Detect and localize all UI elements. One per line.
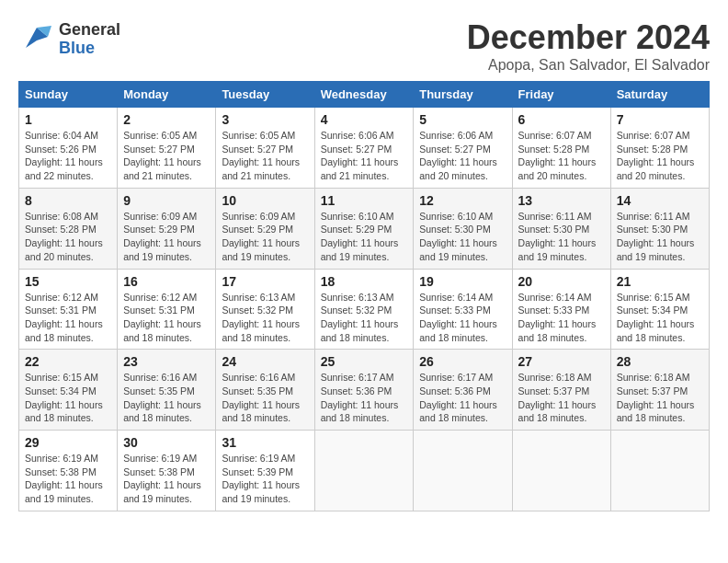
week-row-1: 1Sunrise: 6:04 AMSunset: 5:26 PMDaylight…	[19, 108, 710, 189]
day-number: 13	[518, 193, 605, 208]
day-cell	[314, 431, 414, 511]
week-row-4: 22Sunrise: 6:15 AMSunset: 5:34 PMDayligh…	[19, 350, 710, 431]
day-cell: 26Sunrise: 6:17 AMSunset: 5:36 PMDayligh…	[414, 350, 512, 431]
day-number: 24	[222, 354, 308, 369]
day-number: 3	[222, 112, 308, 127]
day-cell: 15Sunrise: 6:12 AMSunset: 5:31 PMDayligh…	[19, 269, 118, 350]
day-number: 29	[25, 435, 111, 450]
day-info: Sunrise: 6:09 AMSunset: 5:29 PMDaylight:…	[222, 210, 308, 264]
day-info: Sunrise: 6:05 AMSunset: 5:27 PMDaylight:…	[123, 129, 210, 183]
calendar-header-row: SundayMondayTuesdayWednesdayThursdayFrid…	[19, 82, 710, 108]
calendar-table: SundayMondayTuesdayWednesdayThursdayFrid…	[18, 81, 710, 511]
month-title: December 2024	[467, 18, 710, 57]
day-cell: 17Sunrise: 6:13 AMSunset: 5:32 PMDayligh…	[216, 269, 314, 350]
day-cell: 4Sunrise: 6:06 AMSunset: 5:27 PMDaylight…	[314, 108, 414, 189]
day-number: 4	[321, 112, 408, 127]
day-info: Sunrise: 6:11 AMSunset: 5:30 PMDaylight:…	[518, 210, 605, 264]
day-info: Sunrise: 6:16 AMSunset: 5:35 PMDaylight:…	[123, 371, 210, 425]
day-number: 12	[419, 193, 506, 208]
day-info: Sunrise: 6:09 AMSunset: 5:29 PMDaylight:…	[123, 210, 210, 264]
day-number: 11	[321, 193, 408, 208]
day-info: Sunrise: 6:07 AMSunset: 5:28 PMDaylight:…	[518, 129, 605, 183]
header-saturday: Saturday	[610, 82, 709, 108]
day-number: 9	[123, 193, 210, 208]
day-cell: 24Sunrise: 6:16 AMSunset: 5:35 PMDayligh…	[216, 350, 314, 431]
day-cell: 2Sunrise: 6:05 AMSunset: 5:27 PMDaylight…	[118, 108, 216, 189]
day-number: 27	[518, 354, 605, 369]
day-info: Sunrise: 6:10 AMSunset: 5:30 PMDaylight:…	[419, 210, 506, 264]
day-info: Sunrise: 6:19 AMSunset: 5:38 PMDaylight:…	[123, 452, 210, 506]
day-info: Sunrise: 6:12 AMSunset: 5:31 PMDaylight:…	[25, 291, 111, 345]
header-sunday: Sunday	[19, 82, 118, 108]
day-number: 31	[222, 435, 308, 450]
week-row-2: 8Sunrise: 6:08 AMSunset: 5:28 PMDaylight…	[19, 188, 710, 269]
day-cell: 23Sunrise: 6:16 AMSunset: 5:35 PMDayligh…	[118, 350, 216, 431]
header-friday: Friday	[512, 82, 610, 108]
day-info: Sunrise: 6:08 AMSunset: 5:28 PMDaylight:…	[25, 210, 111, 264]
day-number: 25	[321, 354, 408, 369]
day-cell: 18Sunrise: 6:13 AMSunset: 5:32 PMDayligh…	[314, 269, 414, 350]
day-number: 2	[123, 112, 210, 127]
day-cell: 28Sunrise: 6:18 AMSunset: 5:37 PMDayligh…	[610, 350, 709, 431]
day-number: 23	[123, 354, 210, 369]
day-number: 26	[419, 354, 506, 369]
day-cell: 19Sunrise: 6:14 AMSunset: 5:33 PMDayligh…	[414, 269, 512, 350]
day-info: Sunrise: 6:14 AMSunset: 5:33 PMDaylight:…	[518, 291, 605, 345]
day-info: Sunrise: 6:10 AMSunset: 5:29 PMDaylight:…	[321, 210, 408, 264]
week-row-5: 29Sunrise: 6:19 AMSunset: 5:38 PMDayligh…	[19, 431, 710, 511]
location-title: Apopa, San Salvador, El Salvador	[467, 57, 710, 74]
header-thursday: Thursday	[414, 82, 512, 108]
day-cell: 11Sunrise: 6:10 AMSunset: 5:29 PMDayligh…	[314, 188, 414, 269]
day-cell: 21Sunrise: 6:15 AMSunset: 5:34 PMDayligh…	[610, 269, 709, 350]
day-cell: 13Sunrise: 6:11 AMSunset: 5:30 PMDayligh…	[512, 188, 610, 269]
day-info: Sunrise: 6:18 AMSunset: 5:37 PMDaylight:…	[617, 371, 703, 425]
day-cell	[610, 431, 709, 511]
day-cell: 3Sunrise: 6:05 AMSunset: 5:27 PMDaylight…	[216, 108, 314, 189]
day-number: 22	[25, 354, 111, 369]
day-cell: 22Sunrise: 6:15 AMSunset: 5:34 PMDayligh…	[19, 350, 118, 431]
day-cell: 1Sunrise: 6:04 AMSunset: 5:26 PMDaylight…	[19, 108, 118, 189]
day-cell: 12Sunrise: 6:10 AMSunset: 5:30 PMDayligh…	[414, 188, 512, 269]
day-cell: 7Sunrise: 6:07 AMSunset: 5:28 PMDaylight…	[610, 108, 709, 189]
day-cell: 25Sunrise: 6:17 AMSunset: 5:36 PMDayligh…	[314, 350, 414, 431]
day-info: Sunrise: 6:13 AMSunset: 5:32 PMDaylight:…	[321, 291, 408, 345]
day-number: 16	[123, 274, 210, 289]
day-cell: 9Sunrise: 6:09 AMSunset: 5:29 PMDaylight…	[118, 188, 216, 269]
day-number: 30	[123, 435, 210, 450]
day-number: 14	[617, 193, 703, 208]
header-tuesday: Tuesday	[216, 82, 314, 108]
day-cell: 31Sunrise: 6:19 AMSunset: 5:39 PMDayligh…	[216, 431, 314, 511]
day-info: Sunrise: 6:06 AMSunset: 5:27 PMDaylight:…	[419, 129, 506, 183]
day-info: Sunrise: 6:07 AMSunset: 5:28 PMDaylight:…	[617, 129, 703, 183]
day-cell: 29Sunrise: 6:19 AMSunset: 5:38 PMDayligh…	[19, 431, 118, 511]
day-info: Sunrise: 6:18 AMSunset: 5:37 PMDaylight:…	[518, 371, 605, 425]
day-number: 1	[25, 112, 111, 127]
day-number: 8	[25, 193, 111, 208]
day-number: 6	[518, 112, 605, 127]
header-monday: Monday	[118, 82, 216, 108]
day-number: 19	[419, 274, 506, 289]
day-cell	[512, 431, 610, 511]
logo-general: General	[59, 21, 120, 40]
title-section: December 2024 Apopa, San Salvador, El Sa…	[467, 18, 710, 74]
day-number: 20	[518, 274, 605, 289]
day-info: Sunrise: 6:12 AMSunset: 5:31 PMDaylight:…	[123, 291, 210, 345]
page-header: General Blue December 2024 Apopa, San Sa…	[18, 18, 710, 74]
day-cell: 10Sunrise: 6:09 AMSunset: 5:29 PMDayligh…	[216, 188, 314, 269]
day-info: Sunrise: 6:05 AMSunset: 5:27 PMDaylight:…	[222, 129, 308, 183]
day-info: Sunrise: 6:04 AMSunset: 5:26 PMDaylight:…	[25, 129, 111, 183]
day-cell: 8Sunrise: 6:08 AMSunset: 5:28 PMDaylight…	[19, 188, 118, 269]
day-cell: 16Sunrise: 6:12 AMSunset: 5:31 PMDayligh…	[118, 269, 216, 350]
day-cell: 30Sunrise: 6:19 AMSunset: 5:38 PMDayligh…	[118, 431, 216, 511]
day-info: Sunrise: 6:16 AMSunset: 5:35 PMDaylight:…	[222, 371, 308, 425]
day-cell: 14Sunrise: 6:11 AMSunset: 5:30 PMDayligh…	[610, 188, 709, 269]
day-info: Sunrise: 6:11 AMSunset: 5:30 PMDaylight:…	[617, 210, 703, 264]
logo-words: General Blue	[59, 21, 120, 58]
day-number: 5	[419, 112, 506, 127]
header-wednesday: Wednesday	[314, 82, 414, 108]
day-cell	[414, 431, 512, 511]
day-number: 10	[222, 193, 308, 208]
logo: General Blue	[18, 18, 120, 60]
day-cell: 27Sunrise: 6:18 AMSunset: 5:37 PMDayligh…	[512, 350, 610, 431]
day-info: Sunrise: 6:14 AMSunset: 5:33 PMDaylight:…	[419, 291, 506, 345]
